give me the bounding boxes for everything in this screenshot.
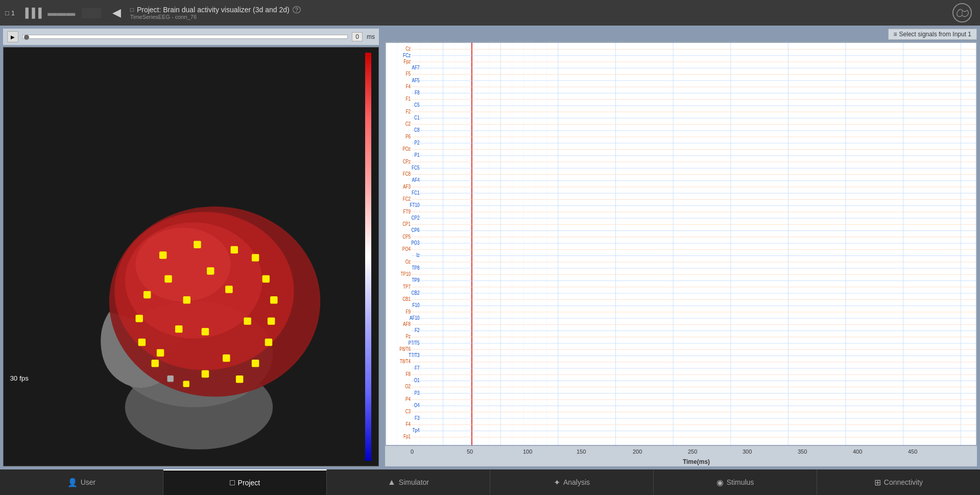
- svg-text:O4: O4: [414, 402, 420, 408]
- back-button[interactable]: ◀: [108, 5, 125, 20]
- svg-text:Tp4: Tp4: [412, 427, 420, 433]
- svg-rect-20: [223, 355, 230, 362]
- svg-text:F9: F9: [406, 308, 411, 314]
- nav-project[interactable]: □ Project: [163, 469, 327, 495]
- left-panel: ▶ 0 ms: [0, 26, 382, 469]
- svg-text:CB1: CB1: [402, 296, 411, 302]
- svg-text:F4: F4: [406, 421, 411, 427]
- svg-text:AF4: AF4: [412, 177, 420, 183]
- svg-text:F2: F2: [406, 108, 411, 114]
- svg-rect-12: [231, 246, 238, 253]
- doc-icon: □: [5, 9, 9, 17]
- svg-text:FCz: FCz: [403, 52, 411, 58]
- svg-text:FT10: FT10: [410, 202, 419, 208]
- svg-text:F7: F7: [415, 365, 420, 371]
- svg-rect-31: [244, 317, 251, 324]
- svg-text:P3: P3: [415, 390, 420, 396]
- svg-rect-25: [135, 315, 142, 322]
- analysis-icon: ✦: [554, 478, 560, 487]
- project-title: □ Project: Brain dual activity visualize…: [130, 6, 944, 14]
- svg-text:50: 50: [467, 449, 473, 455]
- svg-text:F2: F2: [415, 327, 420, 333]
- color-scale: [365, 53, 374, 461]
- svg-rect-11: [194, 241, 201, 248]
- svg-text:T7/T3: T7/T3: [409, 352, 419, 358]
- svg-text:F8: F8: [406, 371, 411, 377]
- svg-rect-26: [138, 339, 146, 346]
- progress-thumb[interactable]: [24, 35, 29, 40]
- svg-rect-14: [262, 275, 270, 282]
- svg-rect-33: [207, 267, 214, 274]
- svg-rect-17: [265, 339, 272, 346]
- right-top-bar: ≡ Select signals from Input 1: [385, 29, 977, 40]
- toolbar-icon-3[interactable]: ░░░: [79, 7, 103, 19]
- nav-analysis-label: Analysis: [563, 478, 590, 486]
- select-signals-label: Select signals from Input 1: [899, 31, 971, 38]
- help-icon[interactable]: ?: [293, 6, 301, 13]
- svg-text:POz: POz: [402, 146, 411, 152]
- nav-user[interactable]: 👤 User: [0, 469, 163, 495]
- svg-text:F10: F10: [412, 302, 419, 308]
- svg-rect-10: [159, 251, 166, 258]
- right-panel: ≡ Select signals from Input 1: [382, 26, 980, 469]
- scale-bar: [365, 53, 371, 461]
- play-button[interactable]: ▶: [7, 31, 18, 42]
- time-unit: ms: [367, 33, 375, 40]
- toolbar-icon-1[interactable]: ▐▐▐: [20, 7, 43, 19]
- nav-connectivity[interactable]: ⊞ Connectivity: [817, 469, 980, 495]
- brain-viewer[interactable]: 30 fps: [3, 47, 379, 466]
- svg-rect-34: [175, 325, 182, 333]
- select-signals-button[interactable]: ≡ Select signals from Input 1: [888, 29, 977, 40]
- playback-bar: ▶ 0 ms: [3, 29, 379, 45]
- svg-text:CP5: CP5: [402, 233, 411, 239]
- time-value: 0: [352, 32, 363, 41]
- play-icon: ▶: [11, 34, 15, 40]
- svg-text:100: 100: [523, 449, 532, 455]
- svg-rect-29: [183, 381, 189, 387]
- svg-point-9: [135, 228, 230, 302]
- bottom-nav: 👤 User □ Project ▲ Simulator ✦ Analysis …: [0, 469, 980, 495]
- svg-text:P2: P2: [415, 139, 420, 146]
- svg-rect-27: [151, 360, 158, 367]
- svg-text:250: 250: [688, 449, 697, 455]
- svg-text:O1: O1: [414, 377, 420, 383]
- svg-text:P8/T6: P8/T6: [399, 346, 411, 352]
- svg-rect-13: [252, 254, 259, 261]
- svg-rect-37: [386, 42, 976, 445]
- svg-text:Cz: Cz: [405, 45, 411, 52]
- svg-text:TP7: TP7: [403, 283, 411, 289]
- toolbar-icon-2[interactable]: ▬▬▬: [45, 7, 77, 19]
- nav-stimulus[interactable]: ◉ Stimulus: [654, 469, 817, 495]
- svg-text:Fp1: Fp1: [403, 433, 411, 439]
- svg-text:F5: F5: [406, 70, 411, 77]
- project-icon: □: [230, 478, 235, 487]
- nav-analysis[interactable]: ✦ Analysis: [490, 469, 654, 495]
- svg-text:TP10: TP10: [401, 271, 411, 277]
- svg-text:FC5: FC5: [412, 164, 419, 171]
- svg-text:TP9: TP9: [412, 277, 420, 283]
- svg-rect-28: [167, 375, 173, 382]
- doc-number: □ 1: [5, 9, 15, 17]
- nav-stimulus-label: Stimulus: [727, 478, 754, 486]
- svg-text:C1: C1: [414, 114, 419, 121]
- doc-number-label: 1: [11, 9, 15, 17]
- svg-text:AF10: AF10: [410, 315, 420, 321]
- nav-project-label: Project: [238, 479, 260, 487]
- svg-text:AF8: AF8: [403, 321, 411, 327]
- top-bar: □ 1 ▐▐▐ ▬▬▬ ░░░ ◀ □ Project: Brain dual …: [0, 0, 980, 26]
- svg-text:P6: P6: [405, 133, 411, 139]
- svg-rect-15: [270, 296, 277, 303]
- svg-text:T8/T4: T8/T4: [400, 358, 411, 364]
- svg-text:30 fps: 30 fps: [10, 374, 29, 382]
- svg-text:C2: C2: [405, 121, 411, 127]
- nav-connectivity-label: Connectivity: [884, 478, 923, 486]
- svg-text:Iz: Iz: [416, 252, 420, 258]
- svg-rect-32: [225, 286, 232, 293]
- progress-track[interactable]: [22, 35, 348, 39]
- svg-text:P1: P1: [415, 152, 420, 158]
- toolbar-icons: ▐▐▐ ▬▬▬ ░░░: [20, 7, 103, 19]
- svg-text:AF3: AF3: [403, 183, 411, 190]
- nav-simulator[interactable]: ▲ Simulator: [327, 469, 490, 495]
- nav-user-label: User: [81, 478, 96, 486]
- svg-text:P7/T5: P7/T5: [409, 340, 420, 346]
